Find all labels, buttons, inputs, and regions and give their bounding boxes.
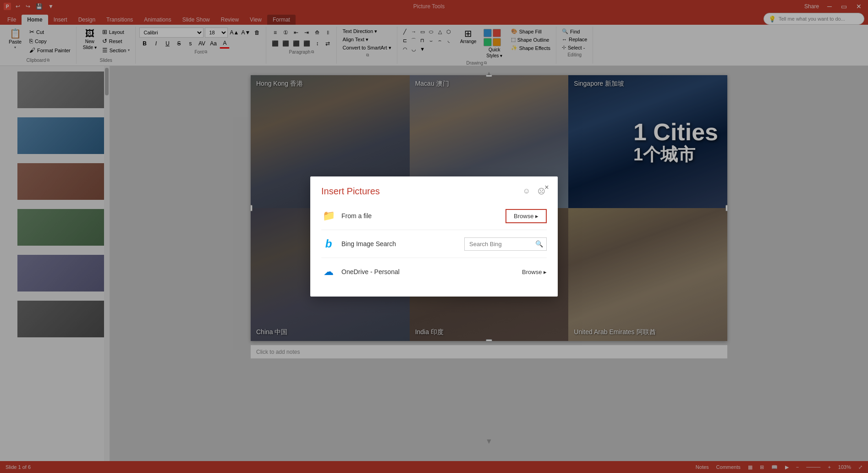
bing-search-input[interactable] [464, 237, 547, 251]
from-file-browse-label: Browse ▸ [514, 213, 538, 220]
modal-close-button[interactable]: × [541, 182, 552, 193]
modal-overlay[interactable]: × Insert Pictures ☺ ☹ 📁 From a file [0, 0, 868, 473]
bing-search-icon[interactable]: 🔍 [535, 240, 543, 248]
from-file-browse-button[interactable]: Browse ▸ [505, 209, 547, 223]
onedrive-action: Browse ▸ [522, 269, 547, 275]
onedrive-browse-button[interactable]: Browse ▸ [522, 269, 547, 275]
modal-body: 📁 From a file Browse ▸ b Bing Image Sear… [310, 202, 558, 297]
modal-header: Insert Pictures ☺ ☹ [310, 176, 558, 202]
happy-emoji: ☺ [523, 187, 530, 195]
onedrive-browse-label: Browse ▸ [522, 269, 547, 275]
bing-search-action: 🔍 [464, 237, 547, 251]
onedrive-icon: ☁ [321, 264, 336, 279]
bing-search-label: Bing Image Search [341, 240, 459, 248]
insert-pictures-modal: × Insert Pictures ☺ ☹ 📁 From a file [310, 176, 558, 297]
from-file-label: From a file [341, 212, 500, 220]
modal-close-icon: × [544, 183, 549, 192]
bing-search-row: b Bing Image Search 🔍 [321, 230, 547, 258]
from-file-action: Browse ▸ [505, 209, 547, 223]
modal-happy-icon[interactable]: ☺ [521, 186, 532, 197]
bing-icon: b [321, 236, 336, 251]
modal-title: Insert Pictures [321, 186, 380, 197]
file-icon: 📁 [321, 209, 336, 223]
from-file-row: 📁 From a file Browse ▸ [321, 202, 547, 230]
onedrive-row: ☁ OneDrive - Personal Browse ▸ [321, 258, 547, 286]
onedrive-label: OneDrive - Personal [341, 268, 516, 275]
